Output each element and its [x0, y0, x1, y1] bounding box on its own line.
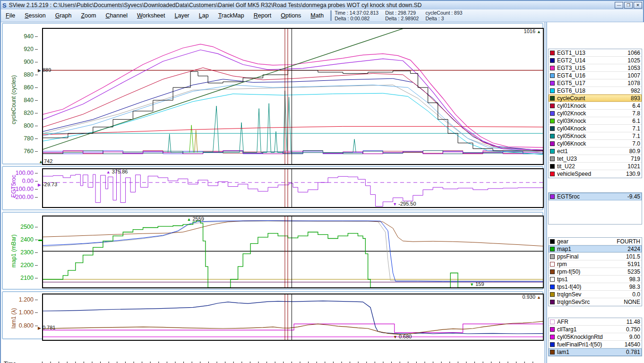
menu-item-worksheet[interactable]: Worksheet — [132, 9, 170, 22]
marker-left: ▶0.781 — [38, 325, 55, 331]
chart-svg — [43, 294, 543, 340]
channel-name: EGT5roc — [557, 193, 627, 200]
y-tick-label: 100.00 — [5, 170, 38, 176]
channel-row-cyl06Knock[interactable]: cyl06Knock7.0 — [549, 140, 642, 147]
channel-row-rpm[interactable]: rpm5191 — [549, 260, 642, 268]
channel-value: 7.1 — [632, 133, 640, 139]
series-lam1 — [43, 321, 543, 335]
channel-row-map1[interactable]: map12424 — [549, 245, 642, 253]
app-logo-icon: S — [2, 2, 7, 9]
y-tick-label: -200.00 — [5, 194, 38, 200]
channel-row-cyl05Knock[interactable]: cyl05Knock7.1 — [549, 132, 642, 140]
channel-row-cyl04Knock[interactable]: cyl04Knock7.1 — [549, 125, 642, 132]
series-cyl03Knock-spike — [189, 125, 194, 153]
menu-item-trackmap[interactable]: TrackMap — [214, 9, 249, 22]
channel-row-cyl02Knock[interactable]: cyl02Knock7.8 — [549, 110, 642, 117]
channel-row-EGT2_U14[interactable]: EGT2_U141025 — [549, 57, 642, 64]
channel-name: gear — [557, 238, 617, 245]
plot-area-c4[interactable]: 0.930 ▲▶0.781▼ 0.680 — [42, 294, 544, 341]
channel-row-tps1-f(40)[interactable]: tps1-f(40)98.3 — [549, 283, 642, 291]
menu-items: FileSessionGraphZoomChannelWorksheetLaye… — [1, 9, 328, 22]
channel-row-lam1[interactable]: lam10.781 — [549, 348, 642, 356]
channel-row-trqIgnSev[interactable]: trqIgnSev0.0 — [549, 291, 642, 298]
channel-color-swatch — [550, 262, 555, 267]
channel-value: 11.48 — [627, 319, 640, 325]
channel-value: 7.0 — [632, 140, 640, 147]
menu-item-options[interactable]: Options — [276, 9, 306, 22]
channel-name: map1 — [557, 246, 627, 252]
window-title: SView 2.15.219 : C:\Users\Public\Documen… — [9, 2, 422, 9]
plot-area-c3[interactable]: ▲ 2559▼ 159 — [42, 216, 544, 288]
channel-row-EGT4_U16[interactable]: EGT4_U161007 — [549, 72, 642, 79]
menu-item-zoom[interactable]: Zoom — [76, 9, 101, 22]
channel-name: cyl04Knock — [557, 125, 632, 132]
channel-row-cyl05KnockIgnRtd[interactable]: cyl05KnockIgnRtd9.00 — [549, 333, 642, 341]
channel-value: 130.9 — [626, 171, 640, 177]
chart-c4: lam1 (λ)1.2001.0000.8000.930 ▲▶0.781▼ 0.… — [2, 291, 543, 339]
channel-row-cllTarg1[interactable]: cllTarg10.750 — [549, 326, 642, 333]
y-tick-label: 1.000 — [5, 310, 38, 316]
channel-row-vehicleSpeed[interactable]: vehicleSpeed130.9 — [549, 170, 642, 178]
menu-item-channel[interactable]: Channel — [101, 9, 132, 22]
channel-row-EGT1_U13[interactable]: EGT1_U131066 — [549, 49, 642, 57]
series-EGT2_U14 — [43, 78, 543, 151]
channel-row-tit_U22[interactable]: tit_U221021 — [549, 163, 642, 170]
menu-item-session[interactable]: Session — [20, 9, 50, 22]
channel-row-EGT3_U15[interactable]: EGT3_U151053 — [549, 64, 642, 72]
channel-row-fuelFinalPri1-f(50)[interactable]: fuelFinalPri1-f(50)14540 — [549, 341, 642, 348]
channel-row-ppsFinal[interactable]: ppsFinal101.5 — [549, 253, 642, 260]
channel-value: 6.4 — [632, 103, 640, 109]
channel-row-AFR[interactable]: AFR11.48 — [549, 318, 642, 326]
channel-row-tps1[interactable]: tps198.3 — [549, 276, 642, 283]
channel-color-swatch — [550, 335, 555, 339]
channel-row-trqIgnSevSrc[interactable]: trqIgnSevSrcNONE — [549, 298, 642, 306]
channel-name: rpm-f(50) — [557, 268, 627, 275]
channel-color-swatch — [550, 342, 555, 347]
status-readout: Time : 14:37:02.813Delta : 0:00.082Dist … — [335, 9, 469, 22]
channel-group-2: gearFOURTHmap12424ppsFinal101.5rpm5191rp… — [548, 237, 642, 306]
channel-row-EGT5roc[interactable]: EGT5roc-9.45 — [549, 193, 642, 200]
channel-name: fuelFinalPri1-f(50) — [557, 341, 625, 348]
channel-value: 98.3 — [629, 284, 640, 290]
y-tick-label: 920 — [5, 46, 38, 52]
menu-item-graph[interactable]: Graph — [51, 9, 77, 22]
channel-row-tet_U23[interactable]: tet_U23719 — [549, 155, 642, 163]
series-cyl05Knock-spikes — [168, 91, 356, 153]
channel-name: cyl05KnockIgnRtd — [557, 334, 629, 340]
menu-item-lap[interactable]: Lap — [194, 9, 214, 22]
chart-c1: cycleCount (cycles)940920900880860840820… — [2, 23, 543, 164]
status-col-1: Dist : 298.729Delta : 2.98902 — [385, 10, 419, 22]
channel-row-EGT6_U18[interactable]: EGT6_U18982 — [549, 87, 642, 95]
channel-row-cycleCount[interactable]: cycleCount893 — [549, 95, 642, 102]
channel-value: 80.9 — [629, 148, 640, 155]
channel-name: EGT2_U14 — [557, 57, 627, 64]
channel-row-cyl03Knock[interactable]: cyl03Knock6.1 — [549, 117, 642, 125]
y-tick-label: 820 — [5, 110, 38, 116]
restore-button[interactable]: ❐ — [624, 2, 633, 9]
series-tit_U22 — [43, 70, 543, 151]
channel-color-swatch — [550, 320, 555, 324]
plot-area-c1[interactable]: 1016 ▲▶889▲742 — [42, 28, 544, 165]
y-tick-label: 2200 — [5, 262, 38, 268]
close-button[interactable]: ✕ — [634, 2, 642, 9]
menu-item-report[interactable]: Report — [249, 9, 276, 22]
menu-item-math[interactable]: Math — [306, 9, 328, 22]
channel-name: lam1 — [557, 349, 626, 355]
y-tick-label: 800 — [5, 123, 38, 129]
channel-value: 98.3 — [629, 276, 640, 283]
channel-row-rpm-f(50)[interactable]: rpm-f(50)5235 — [549, 268, 642, 276]
marker-dash — [38, 237, 43, 242]
main-area: cycleCount (cycles)940920900880860840820… — [1, 22, 644, 363]
minimize-button[interactable]: — — [615, 2, 623, 9]
channel-row-gear[interactable]: gearFOURTH — [549, 238, 642, 245]
plot-area-c2[interactable]: ▲ 375.86▶-29.73▼ -295.50 — [42, 168, 544, 208]
channel-value: 1025 — [627, 57, 640, 64]
marker-left: ▶889 — [38, 68, 51, 73]
channel-name: vehicleSpeed — [557, 171, 626, 177]
menu-item-file[interactable]: File — [1, 9, 20, 22]
channel-row-ect1[interactable]: ect180.9 — [549, 147, 642, 155]
channel-row-cyl01Knock[interactable]: cyl01Knock6.4 — [549, 102, 642, 110]
menu-item-layer[interactable]: Layer — [170, 9, 194, 22]
y-tick-label: 2400 — [5, 237, 38, 243]
channel-row-EGT5_U17[interactable]: EGT5_U171078 — [549, 79, 642, 87]
